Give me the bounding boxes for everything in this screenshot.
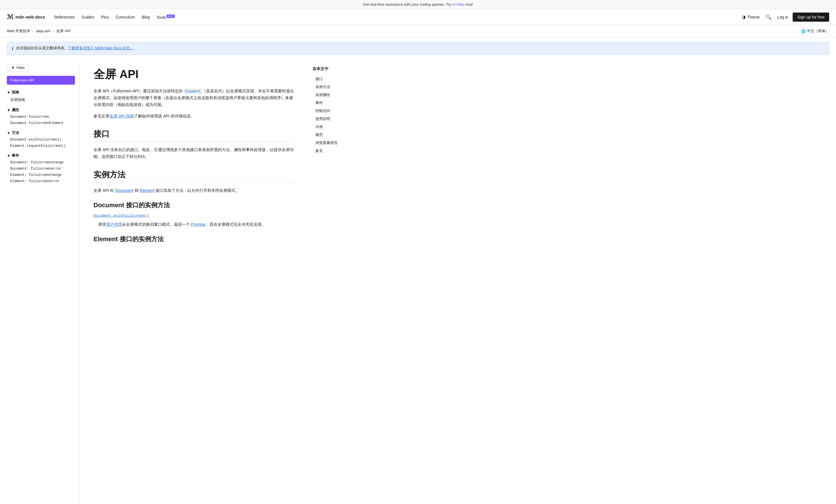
theme-icon: ◑ xyxy=(742,14,746,20)
sidebar-item-doc-fullscreenchange[interactable]: Document: fullscreenchange xyxy=(7,159,75,166)
intro-paragraph-2: 参见文章全屏 API 指南了解如何使用该 API 的详细信息。 xyxy=(94,113,294,120)
nav-references[interactable]: References xyxy=(54,14,75,21)
nav-curriculum[interactable]: Curriculum xyxy=(115,14,135,21)
instance-methods-paragraph: 全屏 API 向 Document 和 Element 接口添加了方法，以允许打… xyxy=(94,187,294,194)
exit-p1-after: ，其在全屏模式完全关闭后兑现。 xyxy=(206,222,265,227)
filter-label: Filter xyxy=(17,65,25,70)
new-badge: NEW xyxy=(167,15,175,18)
sidebar-item-elem-fullscreenchange[interactable]: Element: fullscreenchange xyxy=(7,172,75,178)
toc-item-0[interactable]: 接口 xyxy=(312,75,360,83)
translation-banner: ℹ 此页面由社区从英文翻译而来。了解更多并加入 MDN Web Docs 社区。 xyxy=(7,42,829,55)
sidebar-item-doc-fullscreen[interactable]: Document.fullscreen xyxy=(7,114,75,120)
element-link-1[interactable]: Element xyxy=(184,89,203,94)
sidebar-props-arrow: ▼ xyxy=(7,108,11,112)
main-content: 全屏 API 全屏 API（Fullscreen API）通过添加方法使特定的 … xyxy=(80,60,308,504)
section-document-methods-heading: Document 接口的实例方法 xyxy=(94,201,294,210)
breadcrumb-sep-1: › xyxy=(53,29,54,33)
search-icon: 🔍 xyxy=(765,14,772,20)
toc-item-3[interactable]: 事件 xyxy=(312,99,360,107)
user-agent-link[interactable]: 用户代理 xyxy=(106,222,122,227)
toc-item-2[interactable]: 实例属性 xyxy=(312,91,360,99)
sidebar: ▼ Filter Fullscreen API ▼ 指南 全屏指南 ▼ 属性 D… xyxy=(0,60,80,504)
nav-tools[interactable]: ToolsNEW xyxy=(156,14,175,21)
page-title: 全屏 API xyxy=(94,66,294,82)
toc-item-7[interactable]: 规范 xyxy=(312,131,360,139)
sidebar-item-requestfullscreen[interactable]: Element.requestFullscreen() xyxy=(7,143,75,149)
theme-label: Theme xyxy=(747,15,760,19)
im-p1-before: 全屏 API 向 xyxy=(94,188,115,193)
sidebar-section-methods: ▼ 方法 Document.exitFullscreen() Element.r… xyxy=(7,129,75,149)
sidebar-item-doc-fullscreenerror[interactable]: Document: fullscreenerror xyxy=(7,166,75,172)
toc-item-4[interactable]: 控制访问 xyxy=(312,107,360,115)
sidebar-item-elem-fullscreenerror[interactable]: Element: fullscreenerror xyxy=(7,178,75,185)
element-link-2[interactable]: Element xyxy=(140,188,154,193)
promise-link[interactable]: Promise xyxy=(191,222,205,227)
toc-item-5[interactable]: 使用说明 xyxy=(312,115,360,123)
top-banner: Get real-time assistance with your codin… xyxy=(0,0,836,9)
sidebar-item-exitfullscreen[interactable]: Document.exitFullscreen() xyxy=(7,137,75,143)
sidebar-events-title[interactable]: ▼ 事件 xyxy=(7,151,75,159)
section-interface-heading: 接口 xyxy=(94,129,294,142)
nav-links: References Guides Plus Curriculum Blog T… xyxy=(54,14,732,21)
language-selector[interactable]: 🌐 中文（简体） xyxy=(801,28,829,34)
sidebar-events-arrow: ▼ xyxy=(7,154,11,158)
fullscreen-guide-link[interactable]: 全屏 API 指南 xyxy=(110,114,134,118)
sidebar-item-fullscreen-guide[interactable]: 全屏指南 xyxy=(7,96,75,103)
intro-paragraph-1: 全屏 API（Fullscreen API）通过添加方法使特定的 Element… xyxy=(94,88,294,108)
toc-item-1[interactable]: 实例方法 xyxy=(312,83,360,91)
banner-text: Get real-time assistance with your codin… xyxy=(363,2,452,6)
section-instance-methods-heading: 实例方法 xyxy=(94,169,294,183)
intro-p1-before: 全屏 API（Fullscreen API）通过添加方法使特定的 xyxy=(94,89,184,93)
toc-item-6[interactable]: 示例 xyxy=(312,123,360,131)
toc-item-9[interactable]: 参见 xyxy=(312,147,360,155)
logo[interactable]: ℳ mdn web docs xyxy=(7,14,45,21)
banner-suffix: now! xyxy=(464,2,473,6)
toc-title: 在本文中 xyxy=(312,66,360,72)
signup-button[interactable]: Sign up for free xyxy=(793,13,829,22)
toc: 在本文中 接口 实例方法 实例属性 事件 控制访问 使用说明 示例 规范 浏览器… xyxy=(308,60,365,504)
logo-text: mdn web docs xyxy=(15,15,45,19)
exit-p1-middle: 从全屏模式切换回窗口模式。返回一个 xyxy=(122,222,191,227)
nav-blog[interactable]: Blog xyxy=(142,14,150,21)
search-button[interactable]: 🔍 xyxy=(764,13,773,21)
im-p1-and: 和 xyxy=(133,188,140,193)
globe-icon: 🌐 xyxy=(801,29,806,33)
breadcrumb-sep-0: › xyxy=(33,29,34,33)
sidebar-props-title[interactable]: ▼ 属性 xyxy=(7,106,75,114)
sidebar-section-props: ▼ 属性 Document.fullscreen Document.fullsc… xyxy=(7,106,75,126)
breadcrumb-item-1[interactable]: Web API xyxy=(36,29,50,33)
exit-p1-before: 请求 xyxy=(98,222,106,227)
intro-p2-after: 了解如何使用该 API 的详细信息。 xyxy=(134,114,194,118)
sidebar-methods-title[interactable]: ▼ 方法 xyxy=(7,129,75,137)
sidebar-item-doc-fullscreenelement[interactable]: Document.fullscreenElement xyxy=(7,120,75,126)
section-element-methods-heading: Element 接口的实例方法 xyxy=(94,235,294,244)
sidebar-guides-arrow: ▼ xyxy=(7,90,11,95)
lang-label: 中文（简体） xyxy=(807,28,829,34)
im-p1-after: 接口添加了方法，以允许打开和关闭全屏模式。 xyxy=(154,188,239,193)
document-exit-link[interactable]: Document.exitFullscreen() xyxy=(94,214,149,218)
sidebar-methods-arrow: ▼ xyxy=(7,131,11,135)
breadcrumb-current: 全屏 API xyxy=(56,28,71,34)
sidebar-section-events: ▼ 事件 Document: fullscreenchange Document… xyxy=(7,151,75,185)
info-icon: ℹ xyxy=(12,46,13,51)
translation-link[interactable]: 了解更多并加入 MDN Web Docs 社区。 xyxy=(68,46,134,50)
nav-bar: ℳ mdn web docs References Guides Plus Cu… xyxy=(0,9,836,25)
theme-button[interactable]: ◑ Theme xyxy=(742,14,760,20)
nav-plus[interactable]: Plus xyxy=(101,14,109,21)
document-link[interactable]: Document xyxy=(115,188,133,193)
intro-p2-before: 参见文章 xyxy=(94,114,110,118)
sidebar-guides-title[interactable]: ▼ 指南 xyxy=(7,88,75,96)
breadcrumb-item-0[interactable]: Web 开发技术 xyxy=(7,28,30,34)
sidebar-active-item[interactable]: Fullscreen API xyxy=(7,76,75,85)
sidebar-section-guides: ▼ 指南 全屏指南 xyxy=(7,88,75,103)
filter-icon: ▼ xyxy=(11,65,15,70)
filter-button[interactable]: ▼ Filter xyxy=(7,64,29,71)
breadcrumb: Web 开发技术 › Web API › 全屏 API 🌐 中文（简体） xyxy=(0,25,836,37)
toc-item-8[interactable]: 浏览器兼容性 xyxy=(312,139,360,147)
document-exit-paragraph: 请求用户代理从全屏模式切换回窗口模式。返回一个 Promise，其在全屏模式完全… xyxy=(94,221,294,228)
login-button[interactable]: Log in xyxy=(777,15,788,19)
ai-help-link[interactable]: AI Help xyxy=(452,2,464,6)
interface-paragraph: 全屏 API 没有自己的接口。相反，它通过增强多个其他接口来添加所需的方法、属性… xyxy=(94,147,294,160)
nav-guides[interactable]: Guides xyxy=(81,14,94,21)
main-layout: ▼ Filter Fullscreen API ▼ 指南 全屏指南 ▼ 属性 D… xyxy=(0,60,836,504)
